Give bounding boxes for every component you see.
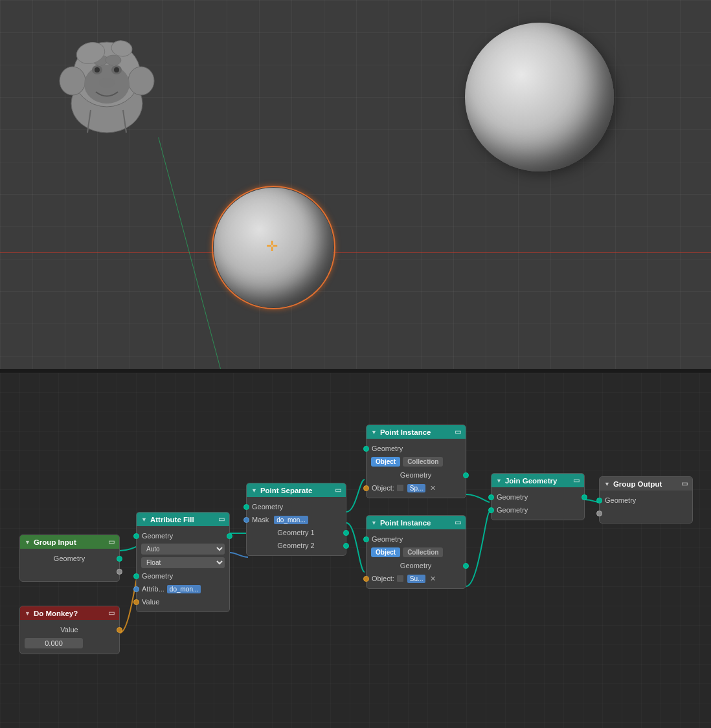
axis-x-line — [0, 252, 711, 253]
pi1-close[interactable]: ✕ — [430, 484, 436, 492]
socket-pi1-geom-in[interactable] — [363, 446, 369, 452]
go-geom-label: Geometry — [605, 496, 636, 504]
socket-ps-geom2-out[interactable] — [343, 543, 349, 549]
socket-geom-out[interactable] — [227, 533, 232, 539]
row-go-geom: Geometry — [600, 494, 692, 507]
node-collapse-arrow8[interactable]: ▼ — [604, 481, 610, 487]
node-pi1-title: Point Instance — [380, 428, 431, 436]
pi2-geom-in-label: Geometry — [372, 535, 403, 543]
dropdown-float: Float — [137, 556, 229, 569]
tab-collection-1[interactable]: Collection — [403, 457, 443, 467]
socket-empty-out[interactable] — [117, 569, 122, 575]
node-collapse-arrow2[interactable]: ▼ — [25, 610, 30, 617]
socket-pi2-obj[interactable] — [363, 576, 369, 582]
node-do-monkey: ▼ Do Monkey? ▭ Value 0.000 — [19, 606, 120, 654]
value-in-label: Value — [142, 598, 159, 606]
node-group-output-body: Geometry — [600, 491, 692, 523]
3d-viewport[interactable] — [0, 0, 711, 369]
socket-attrib-in[interactable] — [133, 586, 139, 592]
dropdown-float-select[interactable]: Float — [141, 557, 225, 568]
socket-geometry-out[interactable] — [117, 556, 122, 562]
socket-value-out[interactable] — [117, 627, 122, 633]
node-collapse-arrow[interactable]: ▼ — [25, 539, 30, 546]
socket-ps-geom1-out[interactable] — [343, 530, 349, 536]
node-collapse-arrow4[interactable]: ▼ — [251, 487, 257, 494]
node-join-header: ▼ Join Geometry ▭ — [491, 474, 584, 487]
node-collapse-arrow7[interactable]: ▼ — [496, 478, 502, 484]
object-icon-1 — [397, 485, 403, 491]
pi1-geom-out-label: Geometry — [400, 471, 431, 479]
node-collapse-arrow3[interactable]: ▼ — [141, 516, 147, 523]
pi2-close[interactable]: ✕ — [430, 575, 436, 583]
node-pi2-title: Point Instance — [380, 519, 431, 527]
monitor-icon5: ▭ — [455, 428, 461, 436]
row-pi2-object: Object: Su... ✕ — [367, 572, 466, 585]
pi2-geom-out-label: Geometry — [400, 562, 431, 569]
tab-object-1[interactable]: Object — [371, 457, 400, 467]
geometry-label: Geometry — [54, 555, 85, 562]
node-do-monkey-title: Do Monkey? — [34, 610, 78, 617]
node-point-instance-1: ▼ Point Instance ▭ Geometry Object Colle… — [366, 425, 466, 498]
node-attr-fill-body: Geometry Auto Float Geometry Attrib... — [137, 526, 229, 612]
node-editor[interactable]: ▼ Group Input ▭ Geometry ▼ Do Monkey? ▭ … — [0, 373, 711, 728]
row-geom1-out: Geometry 1 — [247, 526, 346, 539]
node-pi2-body: Geometry Object Collection Geometry Obje… — [367, 529, 466, 588]
node-group-output-header: ▼ Group Output ▭ — [600, 477, 692, 491]
node-join-body: Geometry Geometry — [491, 487, 584, 520]
socket-pi1-obj[interactable] — [363, 485, 369, 491]
svg-point-2 — [60, 67, 85, 95]
row-value-in: Value — [137, 595, 229, 608]
node-attribute-fill: ▼ Attribute Fill ▭ Geometry Auto Float — [136, 512, 230, 612]
geom-in-label: Geometry — [142, 532, 173, 540]
node-group-input-body: Geometry — [20, 549, 119, 581]
row-geom-in: Geometry — [137, 529, 229, 542]
origin-gizmo — [269, 241, 284, 256]
dropdown-auto-select[interactable]: Auto — [141, 544, 225, 555]
pi1-obj-label: Object: — [372, 484, 394, 492]
socket-go-geom-in[interactable] — [596, 498, 602, 503]
node-group-output: ▼ Group Output ▭ Geometry — [599, 476, 693, 524]
tab-object-2[interactable]: Object — [371, 547, 400, 557]
socket-value-in[interactable] — [133, 599, 139, 605]
socket-join-geom-in[interactable] — [488, 494, 494, 500]
node-row-geometry: Geometry — [20, 552, 119, 565]
socket-pi2-geom-in[interactable] — [363, 536, 369, 542]
socket-ps-mask[interactable] — [243, 517, 249, 523]
monitor-icon6: ▭ — [455, 518, 461, 527]
row-geom-in: Geometry — [247, 500, 346, 513]
socket-ps-geom-in[interactable] — [243, 504, 249, 510]
svg-point-11 — [106, 55, 121, 65]
svg-point-9 — [99, 78, 115, 88]
pi1-obj-value: Sp... — [407, 484, 426, 492]
mask-value: do_mon... — [274, 516, 308, 524]
socket-go-empty[interactable] — [596, 511, 602, 516]
node-collapse-arrow5[interactable]: ▼ — [371, 429, 377, 436]
socket-geom2-in[interactable] — [133, 573, 139, 579]
row-go-empty — [600, 507, 692, 520]
socket-pi2-geom-out[interactable] — [463, 563, 469, 569]
node-pi2-header: ▼ Point Instance ▭ — [367, 516, 466, 529]
row-attrib: Attrib... do_mon... — [137, 582, 229, 595]
ps-geom2-label: Geometry 2 — [277, 542, 314, 549]
pi2-obj-label: Object: — [372, 575, 394, 582]
monitor-icon: ▭ — [108, 538, 115, 546]
ps-mask-label: Mask — [252, 516, 269, 524]
socket-geom-in[interactable] — [133, 533, 139, 539]
node-point-instance-2: ▼ Point Instance ▭ Geometry Object Colle… — [366, 515, 466, 589]
node-group-output-title: Group Output — [613, 480, 662, 488]
row-join-geom2: Geometry — [491, 503, 584, 516]
value-display[interactable]: 0.000 — [25, 638, 83, 648]
socket-join-geom2-in[interactable] — [488, 507, 494, 513]
monitor-icon7: ▭ — [573, 476, 580, 485]
row-pi2-geom-in: Geometry — [367, 533, 466, 546]
socket-pi1-geom-out[interactable] — [463, 472, 469, 478]
node-collapse-arrow6[interactable]: ▼ — [371, 520, 377, 526]
tab-collection-2[interactable]: Collection — [403, 547, 443, 557]
monitor-icon3: ▭ — [218, 515, 225, 524]
node-row-value-display: 0.000 — [20, 636, 119, 650]
value-label: Value — [60, 626, 78, 634]
row-pi1-tabs: Object Collection — [367, 455, 466, 469]
socket-join-geom-out[interactable] — [581, 494, 587, 500]
node-point-sep-title: Point Separate — [260, 487, 313, 494]
monitor-icon8: ▭ — [681, 480, 688, 488]
